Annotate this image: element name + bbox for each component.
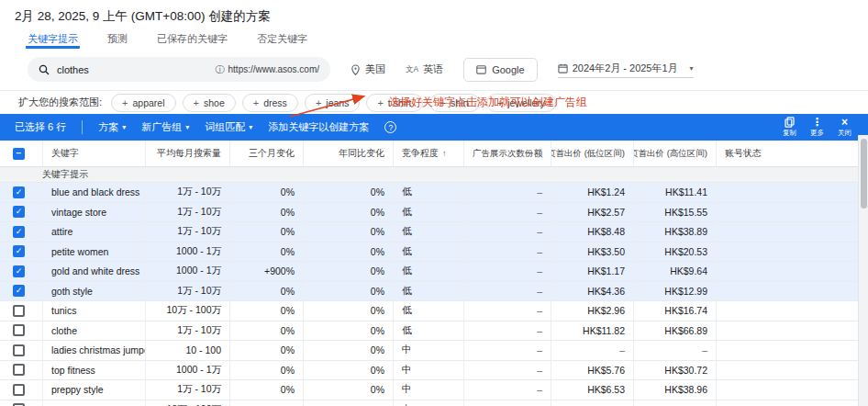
competition-cell: 低	[393, 183, 463, 202]
table-row: clothe1万 - 10万0%0%低–HK$11.82HK$66.89	[0, 321, 868, 342]
table-row: goth style1万 - 10万0%0%低–HK$4.36HK$12.99	[0, 282, 868, 302]
row-checkbox[interactable]	[13, 226, 25, 238]
close-icon: ×	[841, 117, 848, 128]
tabs: 关键字提示预测已保存的关键字否定关键字	[0, 27, 868, 49]
location-filter[interactable]: 美国	[351, 62, 385, 76]
chevron-down-icon: ▾	[122, 123, 126, 131]
page-title: 2月 28, 2025, 9 上午 (GMT+08:00) 创建的方案	[15, 8, 853, 25]
column-header-low-bid[interactable]: 页首出价 (低位区间)	[551, 141, 633, 166]
three-month-change-cell: 0%	[229, 242, 303, 262]
plus-icon: +	[316, 97, 321, 108]
ad-share-cell: –	[463, 262, 551, 281]
low-bid-cell: HK$8.48	[551, 222, 633, 242]
low-bid-cell: HK$3.50	[551, 242, 633, 262]
keyword-search-pill[interactable]: clothes ⓘ https://www.asos.com/	[28, 57, 330, 82]
ad-share-cell: –	[463, 361, 551, 380]
language-filter[interactable]: 文A 英语	[406, 62, 443, 76]
table-row: gold and white dress1000 - 1万+900%0%低–HK…	[0, 262, 868, 282]
keyword-cell: clothing stores	[42, 400, 145, 406]
tab[interactable]: 已保存的关键字	[155, 30, 229, 49]
chevron-down-icon: ▾	[690, 64, 694, 73]
column-header-competition[interactable]: 竞争程度 ↑	[393, 141, 463, 166]
three-month-change-cell: 0%	[229, 400, 303, 406]
sort-ascending-icon: ↑	[442, 149, 447, 158]
plan-menu-button[interactable]: 方案 ▾	[98, 120, 126, 134]
tab[interactable]: 预测	[106, 30, 129, 49]
account-status-cell	[716, 183, 868, 202]
close-button[interactable]: × 关闭	[838, 117, 851, 138]
select-all-checkbox[interactable]	[13, 148, 25, 160]
site-filter[interactable]: ⓘ https://www.asos.com/	[216, 63, 319, 76]
competition-cell: 低	[393, 203, 463, 222]
low-bid-cell: HK$6.53	[551, 380, 633, 400]
search-input[interactable]: clothes	[57, 64, 89, 75]
keyword-cell: ladies christmas jumpers	[42, 341, 145, 360]
column-header-account-status[interactable]: 账号状态	[716, 141, 868, 166]
row-checkbox[interactable]	[13, 206, 25, 218]
account-status-cell	[716, 262, 868, 281]
table-row: ladies christmas jumpers10 - 1000%0%中–––	[0, 341, 868, 361]
keyword-planner-page: 2月 28, 2025, 9 上午 (GMT+08:00) 创建的方案 关键字提…	[0, 0, 868, 406]
row-checkbox[interactable]	[13, 265, 25, 277]
yoy-change-cell: 0%	[303, 203, 393, 222]
yoy-change-cell: 0%	[303, 222, 393, 242]
column-header-3month-change[interactable]: 三个月变化	[229, 141, 303, 166]
table-row: attire1万 - 10万0%0%低–HK$8.48HK$38.89	[0, 222, 868, 242]
low-bid-cell: HK$1.24	[551, 183, 633, 202]
match-type-menu-button[interactable]: 词组匹配 ▾	[205, 120, 252, 134]
low-bid-cell: HK$5.76	[551, 361, 633, 380]
high-bid-cell: HK$66.89	[633, 321, 716, 341]
network-icon	[476, 65, 486, 74]
column-header-ad-share[interactable]: 广告展示次数份额	[463, 141, 551, 166]
row-checkbox[interactable]	[13, 305, 25, 317]
keyword-cell: preppy style	[42, 380, 145, 400]
site-url: https://www.asos.com/	[228, 64, 319, 74]
tab[interactable]: 关键字提示	[26, 30, 80, 49]
broaden-chip[interactable]: +apparel	[111, 94, 175, 112]
ad-group-menu-button[interactable]: 新广告组 ▾	[141, 120, 189, 134]
copy-button[interactable]: 复制	[783, 117, 796, 138]
selected-count: 已选择 6 行	[15, 120, 66, 134]
keyword-cell: clothe	[42, 321, 145, 341]
column-header-high-bid[interactable]: 页首出价 (高位区间)	[633, 141, 716, 166]
avg-searches-cell: 1000 - 1万	[145, 361, 229, 380]
toolbar-divider	[82, 120, 83, 134]
competition-cell: 低	[393, 262, 463, 281]
column-header-keyword[interactable]: 关键字	[42, 141, 145, 166]
chip-label: shoe	[204, 97, 225, 108]
broaden-chip[interactable]: +dress	[242, 94, 298, 112]
avg-searches-cell: 1万 - 10万	[145, 321, 229, 341]
calendar-icon	[558, 63, 568, 73]
tab[interactable]: 否定关键字	[255, 30, 309, 49]
yoy-change-cell: 0%	[303, 242, 393, 262]
high-bid-cell: HK$38.89	[633, 222, 716, 242]
checkbox-cell	[0, 282, 42, 301]
high-bid-cell: HK$20.53	[633, 242, 716, 262]
row-checkbox[interactable]	[13, 245, 25, 257]
three-month-change-cell: 0%	[229, 361, 303, 380]
more-button[interactable]: ⋮ 更多	[810, 117, 824, 138]
table-header: 关键字 平均每月搜索量 三个月变化 年同比变化 竞争程度 ↑ 广告展示次数份额 …	[0, 141, 868, 167]
row-checkbox[interactable]	[13, 384, 25, 396]
row-checkbox[interactable]	[13, 186, 25, 198]
scrollbar-thumb[interactable]	[861, 139, 867, 209]
row-checkbox[interactable]	[13, 324, 25, 336]
broaden-chip[interactable]: +jeans	[305, 94, 361, 112]
help-icon[interactable]: ?	[384, 121, 396, 133]
section-row: 关键字提示	[0, 167, 868, 183]
date-range-filter[interactable]: 2024年2月 - 2025年1月 ▾	[558, 62, 694, 78]
account-status-cell	[716, 400, 868, 406]
add-keywords-button[interactable]: 添加关键字以创建方案	[268, 120, 369, 134]
vertical-scrollbar[interactable]	[858, 135, 868, 406]
row-checkbox[interactable]	[13, 364, 25, 376]
three-month-change-cell: +900%	[229, 262, 303, 281]
plus-icon: +	[194, 97, 199, 108]
column-header-yoy-change[interactable]: 年同比变化	[303, 141, 393, 166]
row-checkbox[interactable]	[13, 285, 25, 297]
row-checkbox[interactable]	[13, 344, 25, 356]
checkbox-cell	[0, 222, 42, 242]
broaden-chip[interactable]: +shoe	[183, 94, 236, 112]
ad-share-cell: –	[463, 282, 551, 301]
column-header-avg-searches[interactable]: 平均每月搜索量	[145, 141, 229, 166]
network-filter[interactable]: Google	[463, 58, 537, 82]
